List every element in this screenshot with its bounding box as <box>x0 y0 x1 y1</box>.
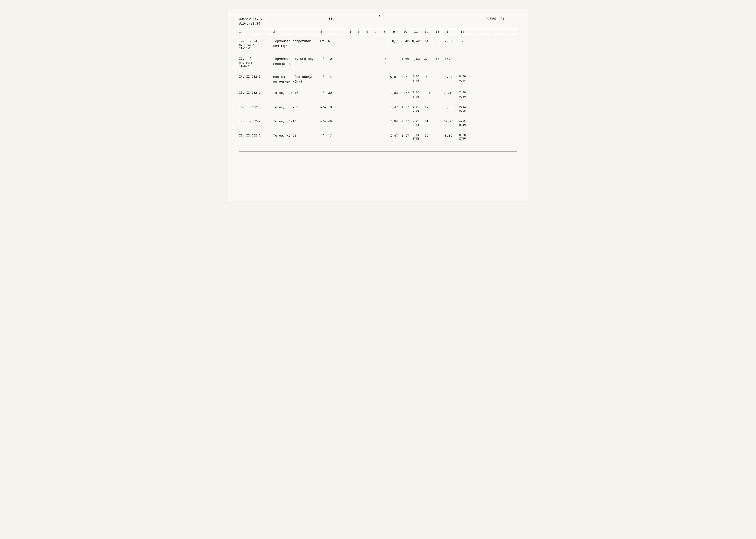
row-unit-qty: шт 6 <box>320 39 346 44</box>
col-11-header: II <box>411 30 421 34</box>
col15-val: I,96 0,49 <box>455 119 470 127</box>
col15-val: 0,28 0,07 <box>455 134 470 142</box>
col14-val: 23,IO <box>442 91 455 96</box>
page: ✦ альбом XIV ч I 810-1-13.86 – 88. – 215… <box>228 9 528 201</box>
col9-val: I,47 <box>389 105 399 110</box>
col-9-header: 9 <box>389 30 399 34</box>
col-6-header: 6 <box>363 30 372 34</box>
col15-val: – <box>455 39 470 44</box>
col-5-header: 5 <box>355 30 363 34</box>
row-id-code: I7. II–582–2 <box>239 119 273 123</box>
col10-val: 0,7I <box>399 75 411 80</box>
col12-val: ' 3I <box>421 91 433 95</box>
col-10-header: IO <box>399 30 411 34</box>
col11-val: I,63 <box>411 57 421 62</box>
table-row: I6. II–582–3 То же, КСК–32 –"– 8 I,47 I,… <box>239 103 517 115</box>
col14-val: 9,36 <box>442 105 455 110</box>
col14-val: I6,3 <box>442 57 455 62</box>
col12-val: 5I <box>421 119 433 124</box>
row-id-code: I4. II–582–I <box>239 75 273 79</box>
footer-text <box>239 153 517 156</box>
table-row: I3. –"– п I–0030 II–6–2 Термометр ртутны… <box>239 55 517 69</box>
row-unit-qty: –"– IO <box>320 57 346 62</box>
page-number: – 88. – <box>282 17 338 21</box>
table-header: I 2 3 4 5 6 7 8 9 IO II I2 I3 I4 I5 <box>239 28 517 35</box>
col14-val: 8,I9 <box>442 134 455 139</box>
doc-number: 21598 -14 <box>486 17 504 21</box>
row-description: То же, КС–IO <box>273 119 320 124</box>
col-1-header: I <box>239 30 273 34</box>
row-description: То же, КСК–I6 <box>273 91 320 96</box>
row-unit-qty: –"– 4 <box>320 75 346 80</box>
table-row: I2. I7–04 п. I–0327 II–I3–2 Термометр со… <box>239 37 517 52</box>
table-row: I7. II–582–2 То же, КС–IO –"– 49 I,04 0,… <box>239 117 517 128</box>
header-area: альбом XIV ч I 810-1-13.86 – 88. – 21598… <box>239 17 517 26</box>
row-description: Термометр сопротивле- ния ГДР <box>273 39 320 49</box>
col14-val: 2,52 <box>442 39 455 44</box>
row-id-code: I6. II–582–3 <box>239 105 273 110</box>
col-8-header: 8 <box>380 30 389 34</box>
col12-val: I2 <box>421 105 433 110</box>
col9-val: I,47 <box>389 134 399 139</box>
col11-val: 0,42 <box>411 39 421 44</box>
row-unit-qty: –"– 30 <box>320 91 346 96</box>
col11-val: 0,04 0,0I <box>411 91 421 99</box>
col12-val: IO <box>421 134 433 138</box>
col-14-header: I4 <box>442 30 455 34</box>
col11-val: 0,04 0,0I <box>411 75 421 83</box>
album-info: альбом XIV ч I 810-1-13.86 <box>239 17 273 26</box>
col11-val: 0,04 0,0I <box>411 119 421 127</box>
col15-val: 0,32 0,08 <box>455 105 470 113</box>
row-unit-qty: –"– 49 <box>320 119 346 124</box>
col-header-row: I 2 3 4 5 6 7 8 9 IO II I2 I3 I4 I5 <box>239 29 517 35</box>
col-13-header: I3 <box>433 30 442 34</box>
table-body: I2. I7–04 п. I–0327 II–I3–2 Термометр со… <box>239 37 517 143</box>
row-unit-qty: –"– 8 <box>320 105 346 110</box>
row-description: То же, КСК–32 <box>273 105 320 110</box>
col11-val: 0,04 0,0I <box>411 105 421 113</box>
col14-val: 2,84 <box>442 75 455 80</box>
table-row: I5. II–582–2 То же, КСК–I6 –"– 30 I,04 0… <box>239 89 517 100</box>
col15-val: 0,I6 0,04 <box>455 75 470 83</box>
row-unit-qty: –"– 7 <box>320 134 346 139</box>
col9-val: I,04 <box>389 91 399 96</box>
row-id-code: I3. –"– п I–0030 II–6–2 <box>239 57 273 68</box>
row-description: Термометр ртутный пру- жинный ГДР <box>273 57 320 66</box>
col9-val: I,04 <box>389 119 399 124</box>
col-7-header: 7 <box>372 30 380 34</box>
row-description: То же, КС–20 <box>273 134 320 139</box>
album-label: альбом XIV ч I <box>239 17 273 22</box>
col10-val: 0,77 <box>399 119 411 124</box>
col10-val: 0,43 <box>399 39 411 44</box>
row-id-code: I5. II–582–2 <box>239 91 273 95</box>
col13-val: 3 <box>433 39 442 44</box>
table-row: I4. II–582–I Монтаж коробок соеди- нител… <box>239 73 517 86</box>
col11-val: 0,04 0,0I <box>411 134 421 142</box>
col-4-header: 4 <box>346 30 355 34</box>
col10-val: I,I7 <box>399 105 411 110</box>
col-15-header: I5 <box>455 30 470 34</box>
col10-val: I,66 <box>399 57 411 62</box>
col10-val: I,I7 <box>399 134 411 139</box>
col-3-header: 3 <box>320 30 346 34</box>
col14-val: 37,73 <box>442 119 455 124</box>
col12-val: 370 <box>421 57 433 61</box>
footer-area <box>239 151 517 156</box>
col10-val: 0,77 <box>399 91 411 96</box>
col13-val: I7 <box>433 57 442 62</box>
row-id-code: I8. II–582–3 <box>239 134 273 138</box>
col-2-header: 2 <box>273 30 320 34</box>
col-12-header: I2 <box>421 30 433 34</box>
row-id-code: I2. I7–04 п. I–0327 II–I3–2 <box>239 39 273 50</box>
col15-val: I,20 0,30 <box>455 91 470 99</box>
col12-val: 64 <box>421 39 433 43</box>
album-sub: 810-1-13.86 <box>239 22 273 26</box>
col9-val: 0,97 <box>389 75 399 80</box>
row-description: Монтаж коробок соеди- нительных КСК-8 <box>273 75 320 85</box>
decorative-mark: ✦ <box>378 13 380 18</box>
col8-val: 37 <box>380 57 389 62</box>
col12-val: 4 <box>421 75 433 79</box>
col9-val: IO,7 <box>389 39 399 44</box>
table-row: I8. II–582–3 То же, КС–20 –"– 7 I,47 I,I… <box>239 131 517 143</box>
